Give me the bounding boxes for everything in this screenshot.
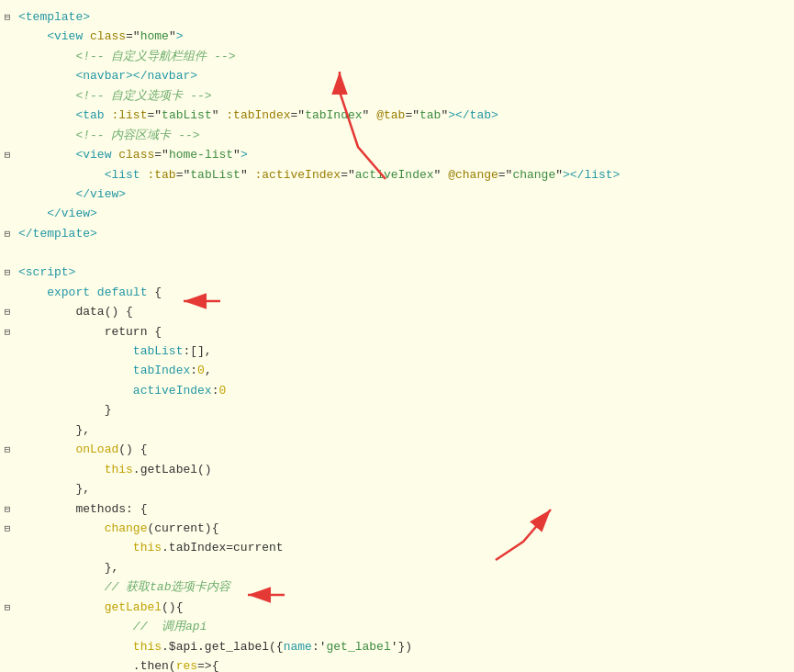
gutter-icon (0, 420, 15, 422)
code-line: ⊟<template> (0, 7, 794, 27)
line-content: methods: { (15, 499, 794, 519)
line-content: this.getLabel() (15, 460, 794, 479)
line-content: }, (15, 479, 794, 498)
code-line: ⊟</template> (0, 224, 794, 243)
code-line: ⊟<script> (0, 263, 794, 282)
line-content: this.$api.get_label({name:'get_label'}) (15, 637, 794, 656)
gutter-icon[interactable]: ⊟ (0, 145, 15, 163)
code-line: this.getLabel() (0, 460, 794, 479)
gutter-icon (0, 27, 15, 28)
line-content: change(current){ (15, 519, 794, 538)
line-content: <navbar></navbar> (15, 66, 794, 85)
gutter-icon (0, 66, 15, 68)
code-line: <tab :list="tabList" :tabIndex="tabIndex… (0, 106, 794, 125)
code-line: ⊟ getLabel(){ (0, 598, 794, 617)
line-content: <view class="home-list"> (15, 145, 794, 164)
gutter-icon (0, 617, 15, 619)
gutter-icon (0, 126, 15, 128)
gutter-icon (0, 577, 15, 579)
code-line: ⊟ data() { (0, 302, 794, 321)
line-content: }, (15, 558, 794, 577)
gutter-icon[interactable]: ⊟ (0, 519, 15, 537)
line-content: onLoad() { (15, 440, 794, 459)
line-content: </template> (15, 224, 794, 243)
gutter-icon (0, 400, 15, 402)
line-content: <!-- 内容区域卡 --> (15, 126, 794, 145)
code-line: ⊟ onLoad() { (0, 440, 794, 459)
gutter-icon (0, 637, 15, 639)
line-content: <script> (15, 263, 794, 282)
line-content: <!-- 自定义选项卡 --> (15, 86, 794, 106)
line-content: }, (15, 420, 794, 440)
code-line: <!-- 自定义导航栏组件 --> (0, 47, 794, 66)
code-line: <!-- 自定义选项卡 --> (0, 86, 794, 106)
code-line: this.$api.get_label({name:'get_label'}) (0, 637, 794, 656)
code-line: }, (0, 420, 794, 440)
gutter-icon (0, 656, 15, 658)
code-line: export default { (0, 283, 794, 302)
gutter-icon (0, 538, 15, 540)
code-line: tabIndex:0, (0, 361, 794, 380)
gutter-icon[interactable]: ⊟ (0, 263, 15, 281)
code-line: ⊟ <view class="home-list"> (0, 145, 794, 164)
code-line: ⊟ change(current){ (0, 519, 794, 538)
line-content: return { (15, 322, 794, 342)
gutter-icon (0, 165, 15, 167)
code-line: } (0, 400, 794, 420)
code-line: <navbar></navbar> (0, 66, 794, 85)
line-content: // 获取tab选项卡内容 (15, 577, 794, 597)
gutter-icon (0, 361, 15, 363)
gutter-icon (0, 460, 15, 462)
line-content: </view> (15, 204, 794, 223)
gutter-icon (0, 86, 15, 88)
line-content: <view class="home"> (15, 27, 794, 46)
line-content: tabIndex:0, (15, 361, 794, 380)
gutter-icon (0, 47, 15, 49)
gutter-icon[interactable]: ⊟ (0, 440, 15, 458)
gutter-icon[interactable]: ⊟ (0, 499, 15, 518)
code-editor: ⊟<template> <view class="home"> <!-- 自定义… (0, 0, 794, 672)
gutter-icon (0, 283, 15, 285)
code-line: }, (0, 558, 794, 577)
code-line: ⊟ return { (0, 322, 794, 342)
gutter-icon (0, 479, 15, 481)
gutter-icon[interactable]: ⊟ (0, 7, 15, 26)
gutter-icon (0, 381, 15, 383)
code-line: <view class="home"> (0, 27, 794, 46)
code-line: activeIndex:0 (0, 381, 794, 400)
code-line: .then(res=>{ (0, 656, 794, 672)
code-line: <!-- 内容区域卡 --> (0, 126, 794, 145)
line-content: </view> (15, 185, 794, 204)
line-content: tabList:[], (15, 342, 794, 361)
line-content: // 调用api (15, 617, 794, 636)
code-line: tabList:[], (0, 342, 794, 361)
gutter-icon[interactable]: ⊟ (0, 322, 15, 341)
code-line: }, (0, 479, 794, 498)
line-content: } (15, 400, 794, 420)
code-line (0, 243, 794, 263)
code-line: <list :tab="tabList" :activeIndex="activ… (0, 165, 794, 185)
line-content: data() { (15, 302, 794, 321)
gutter-icon (0, 558, 15, 560)
gutter-icon[interactable]: ⊟ (0, 302, 15, 320)
gutter-icon (0, 106, 15, 107)
line-content: export default { (15, 283, 794, 302)
gutter-icon (0, 185, 15, 186)
line-content: <tab :list="tabList" :tabIndex="tabIndex… (15, 106, 794, 125)
gutter-icon[interactable]: ⊟ (0, 224, 15, 242)
code-line: </view> (0, 204, 794, 223)
code-line: ⊟ methods: { (0, 499, 794, 519)
gutter-icon (0, 204, 15, 206)
line-content: <!-- 自定义导航栏组件 --> (15, 47, 794, 66)
line-content: <list :tab="tabList" :activeIndex="activ… (15, 165, 794, 185)
line-content: this.tabIndex=current (15, 538, 794, 557)
gutter-icon[interactable]: ⊟ (0, 598, 15, 616)
gutter-icon (0, 342, 15, 343)
code-line: // 获取tab选项卡内容 (0, 577, 794, 597)
code-line: this.tabIndex=current (0, 538, 794, 557)
line-content: getLabel(){ (15, 598, 794, 617)
line-content: activeIndex:0 (15, 381, 794, 400)
line-content: .then(res=>{ (15, 656, 794, 672)
code-line: // 调用api (0, 617, 794, 636)
code-line: </view> (0, 185, 794, 204)
